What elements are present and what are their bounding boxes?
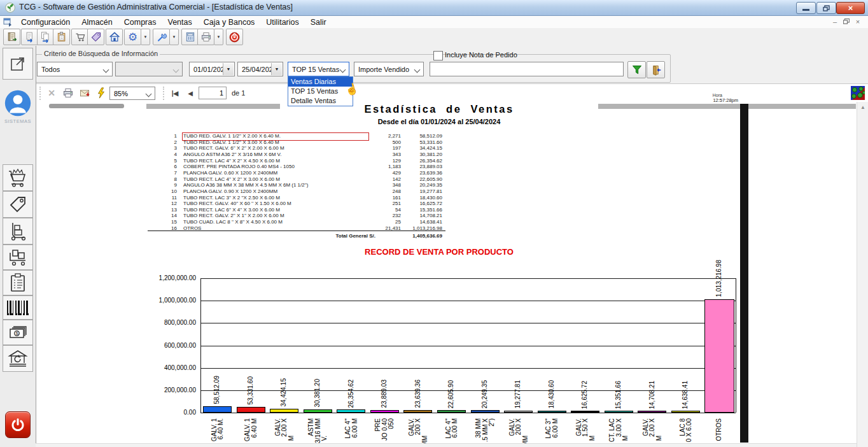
first-page-button[interactable]: |◀: [168, 86, 182, 100]
close-report-icon[interactable]: ✕: [45, 86, 59, 100]
row-highlight-box: [182, 132, 369, 141]
home-icon[interactable]: [106, 29, 123, 45]
total-value: 1,405,636.69: [379, 233, 442, 239]
refresh-lightning-icon[interactable]: [94, 86, 108, 100]
menu-ventas[interactable]: Ventas: [162, 17, 198, 29]
open-window-icon[interactable]: [3, 48, 33, 80]
document-transfer-icon[interactable]: [21, 29, 38, 45]
hand-truck-icon[interactable]: [3, 218, 33, 245]
secondary-combo[interactable]: [115, 62, 183, 76]
tag-toolbar-icon[interactable]: [87, 29, 104, 45]
settings-dropdown-icon[interactable]: ▼: [141, 29, 150, 45]
bar-value-label: 22,605.90: [447, 380, 454, 409]
restore-button[interactable]: [816, 2, 836, 14]
dropdown-arrow-icon[interactable]: ▼: [271, 63, 282, 75]
settings-gear-icon[interactable]: ⚙: [124, 29, 141, 45]
dropdown-option-ventas-diarias[interactable]: Ventas Diarias: [288, 77, 353, 87]
x-tick-label: 2''): [488, 418, 495, 427]
minimize-button[interactable]: [796, 2, 816, 14]
metric-value: Importe Vendido: [358, 66, 409, 73]
row-num: 5: [153, 158, 177, 164]
row-amount: 16,625.72: [379, 201, 442, 207]
row-amount: 20,249.35: [379, 182, 442, 188]
menu-utilitarios[interactable]: Utilitarios: [260, 17, 304, 29]
tools-wrench-icon[interactable]: [153, 29, 170, 45]
dropdown-option-top-15-ventas[interactable]: TOP 15 Ventas: [288, 87, 353, 96]
date-from-combo[interactable]: 01/01/2024▼: [189, 62, 235, 76]
x-tick-label: 1.50 X: [582, 418, 589, 437]
filter-button[interactable]: [627, 61, 646, 78]
bar-value-label: 16,625.72: [581, 381, 588, 409]
menu-compras[interactable]: Compras: [118, 17, 162, 29]
mdi-close-button[interactable]: ×: [853, 17, 863, 27]
bar-value-label: 23,889.03: [381, 380, 388, 408]
shopping-cart-icon[interactable]: [3, 164, 33, 191]
x-tick-label: M: [288, 436, 295, 441]
bar-value-label: 26,354.62: [347, 380, 354, 408]
x-tick-label: GALV.: [274, 418, 281, 436]
x-tick-label: 2.00 X: [648, 418, 655, 437]
row-amount: 23,889.03: [379, 164, 442, 170]
printer-dropdown-icon[interactable]: ▼: [214, 29, 223, 45]
menu-almacén[interactable]: Almacén: [76, 17, 118, 29]
vertical-scrollbar[interactable]: ▲: [857, 102, 868, 447]
include-note-label: Incluye Nota de Pedido: [445, 51, 517, 59]
clipboard-paste-icon[interactable]: [53, 29, 70, 45]
x-tick-label: GALV.: [508, 418, 515, 436]
menu-caja-y-bancos[interactable]: Caja y Bancos: [198, 17, 261, 29]
x-tick-label: GALV. 1: [244, 418, 251, 441]
include-note-checkbox[interactable]: [433, 51, 443, 60]
export-icon[interactable]: [78, 86, 92, 100]
documents-transfer-icon[interactable]: [37, 29, 54, 45]
x-tick-label: LAC 4'': [344, 418, 351, 439]
price-tag-icon[interactable]: [3, 191, 33, 218]
order-list-icon[interactable]: [3, 270, 33, 295]
row-num: 15: [153, 219, 177, 225]
menu-items: ConfiguraciónAlmacénComprasVentasCaja y …: [15, 16, 332, 29]
close-button[interactable]: ×: [836, 2, 865, 14]
calculator-icon[interactable]: [181, 29, 199, 45]
date-to-combo[interactable]: 25/04/2024▼: [237, 62, 283, 76]
plot-right-border: [736, 278, 736, 413]
ledger-exit-icon[interactable]: [3, 29, 20, 45]
metric-combo[interactable]: Importe Vendido: [354, 62, 424, 76]
print-icon[interactable]: [61, 86, 75, 100]
mdi-minimize-button[interactable]: –: [830, 17, 840, 27]
cart-toolbar-icon[interactable]: [71, 29, 88, 45]
printer-toolbar-icon[interactable]: [197, 29, 214, 45]
scroll-up-icon[interactable]: ▲: [857, 102, 868, 113]
report-type-value: TOP 15 Ventas: [292, 66, 339, 73]
scope-combo[interactable]: Todos: [37, 62, 113, 76]
bar: [638, 411, 666, 413]
previous-page-button[interactable]: ◀: [183, 86, 197, 100]
svg-text:$: $: [16, 330, 19, 336]
gridline: [200, 346, 736, 346]
report-type-combo[interactable]: TOP 15 Ventas: [288, 62, 349, 76]
x-tick-label: 050: [388, 418, 395, 429]
menu-salir[interactable]: Salir: [305, 17, 332, 29]
power-icon[interactable]: [5, 411, 31, 438]
bar: [538, 411, 566, 413]
page-number-input[interactable]: [199, 87, 227, 99]
barcode-icon[interactable]: [3, 295, 33, 320]
user-avatar[interactable]: [4, 89, 32, 120]
title-bar: TCG - Software de Gestión Administrativa…: [0, 0, 868, 16]
zoom-combo[interactable]: 85%: [109, 87, 155, 100]
dropdown-option-detalle-ventas[interactable]: Detalle Ventas: [288, 96, 353, 106]
mdi-restore-button[interactable]: [841, 17, 851, 27]
window-title: TCG - Software de Gestión Administrativa…: [19, 3, 293, 11]
goods-cart-icon[interactable]: [3, 245, 33, 270]
cash-icon[interactable]: $: [3, 320, 33, 345]
dropdown-arrow-icon[interactable]: ▼: [223, 63, 234, 75]
row-amount: 14,708.21: [379, 213, 442, 219]
exit-button[interactable]: [647, 61, 665, 78]
bar: [605, 411, 633, 413]
bar-value-label: 14,708.21: [648, 381, 655, 409]
bank-icon[interactable]: [3, 345, 33, 372]
tools-dropdown-icon[interactable]: ▼: [169, 29, 179, 45]
menu-configuración[interactable]: Configuración: [15, 17, 76, 29]
search-input[interactable]: [430, 62, 624, 76]
power-stop-icon[interactable]: [226, 29, 243, 45]
x-tick-label: ASTM: [307, 418, 314, 436]
horizontal-scrollbar[interactable]: [36, 443, 857, 447]
